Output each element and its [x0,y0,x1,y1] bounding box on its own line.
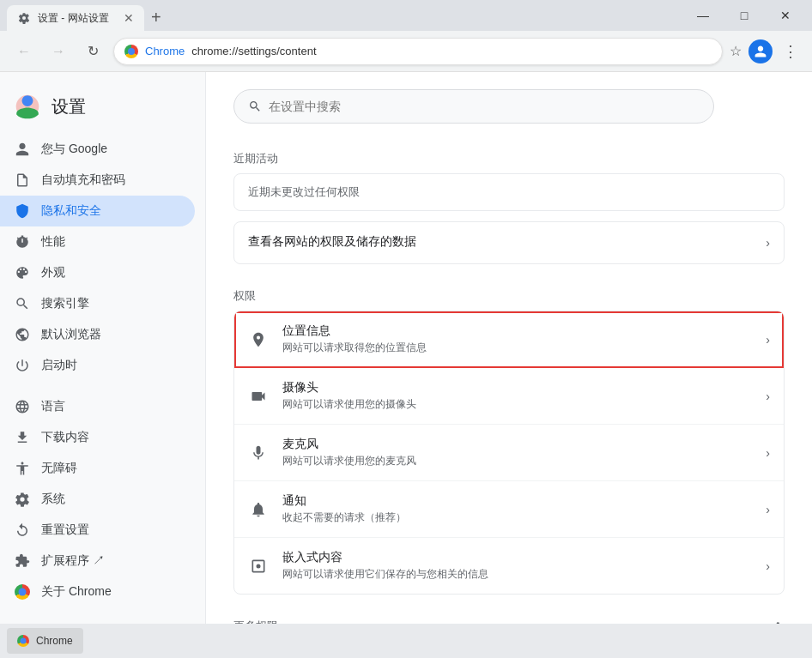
tab-bar: 设置 - 网站设置 ✕ + [7,0,676,31]
reset-icon [14,522,31,539]
downloads-icon [14,429,31,446]
tab-favicon [17,11,31,25]
sidebar-item-accessibility[interactable]: 无障碍 [0,453,195,484]
taskbar-chrome-label: Chrome [36,635,73,647]
sidebar-item-system[interactable]: 系统 [0,484,195,515]
sidebar-item-startup[interactable]: 启动时 [0,350,195,381]
taskbar-chrome-item[interactable]: Chrome [7,628,83,654]
bookmark-star-button[interactable]: ☆ [730,43,742,59]
microphone-title: 麦克风 [282,437,766,452]
camera-icon [248,386,269,407]
performance-icon [14,233,31,251]
microphone-row[interactable]: 麦克风 网站可以请求使用您的麦克风 › [234,425,784,481]
svg-point-1 [257,564,261,568]
camera-subtitle: 网站可以请求使用您的摄像头 [282,397,766,412]
permissions-section-title: 权限 [233,275,785,311]
sidebar-item-search[interactable]: 搜索引擎 [0,288,195,319]
sidebar-item-extensions-label: 扩展程序 ↗ [41,553,105,569]
camera-text: 摄像头 网站可以请求使用您的摄像头 [282,380,766,412]
embedded-content-subtitle: 网站可以请求使用它们保存的与您相关的信息 [282,567,766,582]
sidebar-item-search-label: 搜索引擎 [41,296,89,311]
address-text: chrome://settings/content [191,45,712,57]
back-button[interactable]: ← [10,38,38,65]
settings-search-input[interactable] [269,100,700,113]
sidebar-title: 设置 [52,95,86,118]
sidebar-item-language[interactable]: 语言 [0,391,195,422]
recent-activity-group: 近期未更改过任何权限 [233,173,785,211]
check-all-sites-title: 查看各网站的权限及储存的数据 [248,234,766,250]
sidebar-item-accessibility-label: 无障碍 [41,461,77,476]
close-button[interactable]: ✕ [766,0,805,31]
camera-row[interactable]: 摄像头 网站可以请求使用您的摄像头 › [234,368,784,425]
chrome-menu-button[interactable]: ⋮ [779,39,802,64]
location-title: 位置信息 [282,323,766,339]
sidebar-item-performance[interactable]: 性能 [0,226,195,257]
microphone-subtitle: 网站可以请求使用您的麦克风 [282,454,766,468]
window-controls: — □ ✕ [683,0,805,31]
location-row[interactable]: 位置信息 网站可以请求取得您的位置信息 › [234,311,784,368]
sidebar-item-appearance[interactable]: 外观 [0,257,195,288]
sidebar-item-default-browser[interactable]: 默认浏览器 [0,319,195,350]
sidebar-item-performance-label: 性能 [41,234,65,250]
microphone-icon [248,443,269,463]
notifications-chevron: › [766,503,770,516]
location-subtitle: 网站可以请求取得您的位置信息 [282,341,766,355]
embedded-content-row[interactable]: 嵌入式内容 网站可以请求使用它们保存的与您相关的信息 › [234,538,784,594]
sidebar-item-downloads[interactable]: 下载内容 [0,422,195,453]
sidebar-item-startup-label: 启动时 [41,358,77,373]
sidebar-item-extensions[interactable]: 扩展程序 ↗ [0,546,195,577]
startup-icon [14,357,31,374]
sidebar-header: 设置 [0,86,205,134]
check-all-sites-row[interactable]: 查看各网站的权限及储存的数据 › [234,222,784,263]
navbar: ← → ↻ Chrome chrome://settings/content ☆… [0,31,812,72]
accessibility-icon [14,460,31,477]
notifications-text: 通知 收起不需要的请求（推荐） [282,493,766,525]
permissions-group: 位置信息 网站可以请求取得您的位置信息 › 摄像头 网站可以请求使用您的摄像头 … [233,311,785,595]
new-tab-button[interactable]: + [148,4,165,31]
autofill-icon [14,172,31,189]
embedded-content-icon [248,556,269,577]
refresh-button[interactable]: ↻ [79,38,106,65]
check-all-sites-group: 查看各网站的权限及储存的数据 › [233,221,785,264]
privacy-icon [14,202,31,220]
maximize-button[interactable]: □ [724,0,764,31]
tab-title: 设置 - 网站设置 [38,11,117,26]
sidebar: 设置 您与 Google 自动填充和密码 隐私和安全 性能 [0,72,206,658]
sidebar-item-language-label: 语言 [41,399,65,414]
content-area: 近期活动 近期未更改过任何权限 查看各网站的权限及储存的数据 › 权限 [206,72,812,658]
camera-chevron: › [766,389,770,403]
sidebar-item-privacy[interactable]: 隐私和安全 [0,196,195,226]
chrome-logo-icon [124,45,138,58]
account-icon [14,141,31,158]
sidebar-item-reset-label: 重置设置 [41,522,89,538]
content-search-bar [206,72,812,137]
notifications-icon [248,499,269,520]
address-bar[interactable]: Chrome chrome://settings/content [113,38,723,65]
active-tab[interactable]: 设置 - 网站设置 ✕ [7,5,144,31]
chrome-label: Chrome [145,45,185,57]
profile-button[interactable] [748,39,773,63]
tab-close-button[interactable]: ✕ [124,11,134,25]
taskbar: Chrome [0,624,812,658]
check-all-sites-chevron: › [766,236,770,250]
sidebar-item-privacy-label: 隐私和安全 [41,203,101,219]
location-text: 位置信息 网站可以请求取得您的位置信息 [282,323,766,355]
sidebar-item-about[interactable]: 关于 Chrome [0,577,195,607]
appearance-icon [14,264,31,281]
recent-section-title: 近期活动 [233,137,785,173]
sidebar-item-about-label: 关于 Chrome [41,584,112,600]
sidebar-item-downloads-label: 下载内容 [41,430,89,445]
notifications-row[interactable]: 通知 收起不需要的请求（推荐） › [234,481,784,538]
minimize-button[interactable]: — [683,0,723,31]
notifications-subtitle: 收起不需要的请求（推荐） [282,510,766,525]
location-icon [248,329,269,350]
sidebar-item-account[interactable]: 您与 Google [0,134,195,165]
forward-button[interactable]: → [45,38,72,65]
notifications-title: 通知 [282,493,766,509]
search-engine-icon [14,295,31,312]
settings-search-box[interactable] [233,89,714,124]
location-chevron: › [766,333,770,347]
sidebar-item-reset[interactable]: 重置设置 [0,515,195,546]
sidebar-item-default-browser-label: 默认浏览器 [41,327,101,342]
sidebar-item-autofill[interactable]: 自动填充和密码 [0,165,195,196]
